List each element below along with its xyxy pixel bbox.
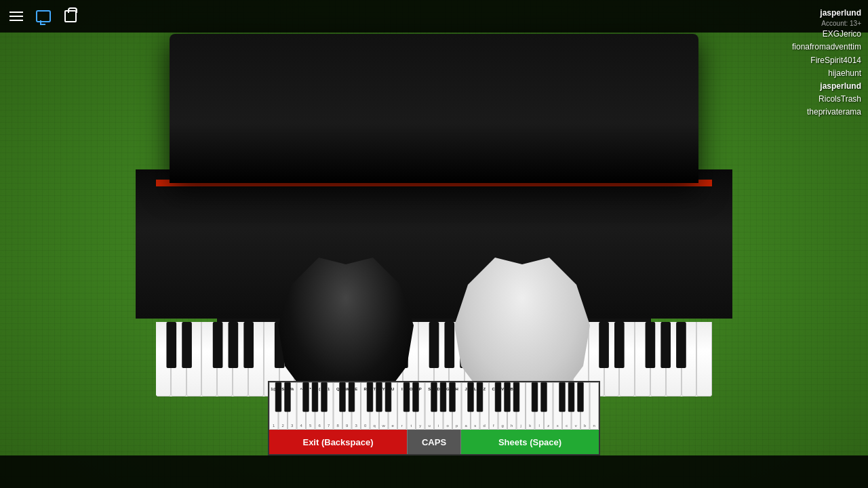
white-key[interactable] xyxy=(217,322,233,396)
svg-text:Q: Q xyxy=(336,387,340,391)
sheets-button[interactable]: Sheets (Space) xyxy=(461,430,599,454)
svg-rect-136 xyxy=(431,382,437,411)
svg-text:Y: Y xyxy=(382,387,385,391)
white-key[interactable] xyxy=(201,322,217,396)
svg-text:(: ( xyxy=(319,387,320,391)
svg-rect-130 xyxy=(349,382,355,411)
white-key[interactable] xyxy=(171,322,186,396)
white-key[interactable] xyxy=(650,322,666,396)
left-character-hand xyxy=(278,258,414,393)
self-player-name: jasperlund xyxy=(792,7,861,20)
svg-text:E: E xyxy=(355,387,357,391)
svg-rect-148 xyxy=(578,382,584,411)
piano-lid xyxy=(170,34,698,183)
svg-rect-127 xyxy=(312,382,318,411)
svg-text:s: s xyxy=(474,424,476,428)
svg-text:n: n xyxy=(593,424,595,428)
svg-text:q: q xyxy=(374,424,376,428)
svg-text:U: U xyxy=(391,387,394,391)
mini-keyboard: 1@1S2%3^4*5(617Q8W9E3R0TqYwUeIrOtPySuDiG… xyxy=(269,382,599,430)
player-name-item: theprivaterama xyxy=(792,106,861,119)
svg-text:g: g xyxy=(502,424,504,428)
svg-text:c: c xyxy=(566,424,568,428)
svg-text:J: J xyxy=(465,387,467,391)
svg-text:L: L xyxy=(474,387,477,391)
game-view: // rendered inline via CSS instead xyxy=(0,0,868,488)
svg-rect-140 xyxy=(477,382,483,411)
svg-rect-146 xyxy=(559,382,566,411)
svg-rect-129 xyxy=(340,382,346,411)
svg-text:B: B xyxy=(511,387,514,391)
exit-button[interactable]: Exit (Backspace) xyxy=(269,430,407,454)
svg-text:T: T xyxy=(373,387,376,391)
svg-text:C: C xyxy=(492,387,496,391)
white-key[interactable] xyxy=(666,322,682,396)
svg-text:R: R xyxy=(364,387,368,391)
top-bar xyxy=(0,0,868,33)
player-list: jasperlund Account: 13+ EXGJericofionafr… xyxy=(792,7,861,119)
white-key[interactable] xyxy=(696,322,712,396)
svg-rect-131 xyxy=(367,382,373,411)
svg-rect-141 xyxy=(495,382,501,411)
svg-text:7: 7 xyxy=(328,424,330,428)
menu-icon xyxy=(9,12,23,21)
svg-text:S: S xyxy=(281,387,284,391)
player-name-item: hijaehunt xyxy=(792,67,861,80)
svg-text:r: r xyxy=(401,424,403,428)
player-names-container: EXGJericofionafromadventtimFireSpirit401… xyxy=(792,28,861,119)
right-character-hand xyxy=(454,258,590,393)
svg-rect-128 xyxy=(321,382,328,411)
svg-rect-122 xyxy=(590,382,599,429)
piano-button-row: Exit (Backspace) CAPS Sheets (Space) xyxy=(269,430,599,454)
svg-text:j: j xyxy=(520,424,521,428)
svg-rect-147 xyxy=(568,382,574,411)
backpack-button[interactable] xyxy=(62,8,79,24)
caps-button[interactable]: CAPS xyxy=(407,430,461,454)
bottom-bar xyxy=(0,455,868,488)
svg-rect-137 xyxy=(440,382,446,411)
player-name-item: RicolsTrash xyxy=(792,93,861,106)
svg-text:V: V xyxy=(501,387,504,391)
svg-rect-145 xyxy=(541,382,547,411)
svg-text:x: x xyxy=(557,424,559,428)
player-name-item: jasperlund xyxy=(792,80,861,93)
piano-scene: // rendered inline via CSS instead xyxy=(136,34,732,352)
top-bar-icons xyxy=(8,8,79,24)
white-key[interactable] xyxy=(635,322,650,396)
svg-rect-139 xyxy=(468,382,474,411)
white-key[interactable] xyxy=(186,322,202,396)
svg-text:u: u xyxy=(429,424,431,428)
svg-text:Z: Z xyxy=(483,387,486,391)
svg-rect-133 xyxy=(385,382,391,411)
svg-text:w: w xyxy=(382,424,386,428)
svg-rect-125 xyxy=(285,382,291,411)
svg-rect-142 xyxy=(505,382,511,411)
svg-text:l: l xyxy=(539,424,540,428)
svg-text:%: % xyxy=(290,387,294,391)
bag-icon xyxy=(64,10,77,22)
player-name-item: FireSpirit4014 xyxy=(792,54,861,67)
svg-text:i: i xyxy=(438,424,439,428)
svg-text:D: D xyxy=(437,387,441,391)
svg-text:z: z xyxy=(547,424,549,428)
svg-rect-124 xyxy=(275,382,281,411)
svg-text:H: H xyxy=(456,387,458,391)
svg-rect-143 xyxy=(513,382,519,411)
svg-rect-144 xyxy=(532,382,538,411)
chat-button[interactable] xyxy=(35,8,52,24)
svg-text:k: k xyxy=(529,424,531,428)
svg-rect-134 xyxy=(403,382,410,411)
svg-rect-126 xyxy=(303,382,309,411)
svg-text:P: P xyxy=(419,387,422,391)
svg-text:2: 2 xyxy=(282,424,284,428)
svg-text:O: O xyxy=(410,387,413,391)
piano-ui-overlay: 1@1S2%3^4*5(617Q8W9E3R0TqYwUeIrOtPySuDiG… xyxy=(268,381,600,455)
svg-rect-135 xyxy=(413,382,419,411)
svg-text:S: S xyxy=(428,387,431,391)
svg-rect-132 xyxy=(376,382,382,411)
white-key[interactable] xyxy=(682,322,697,396)
svg-text:d: d xyxy=(484,424,486,428)
player-name-item: fionafromadventtim xyxy=(792,41,861,54)
menu-button[interactable] xyxy=(8,8,24,24)
white-key[interactable] xyxy=(156,322,171,396)
